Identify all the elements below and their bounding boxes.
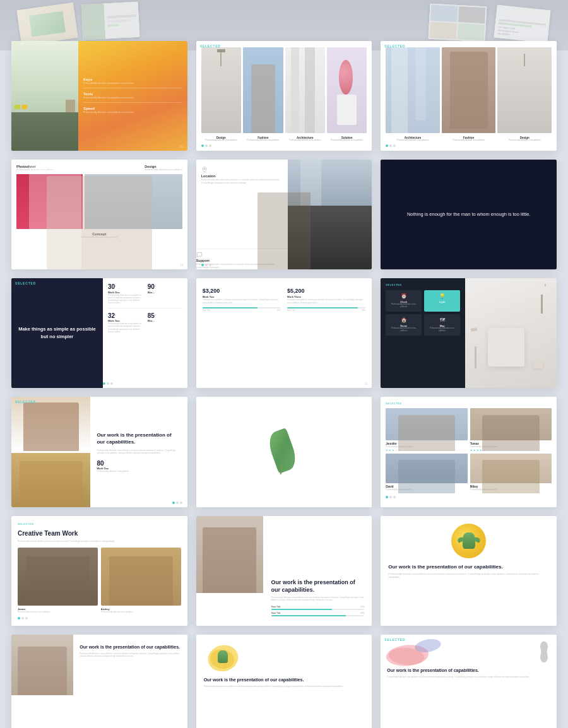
- violin-element: [538, 638, 550, 669]
- slide-4[interactable]: Photoshoot Professionally fabricate cros…: [11, 160, 187, 269]
- slide-2-dots: [201, 144, 367, 147]
- desc-2: Fabricate cross-platform e-services wher…: [287, 298, 365, 303]
- stat-30: 30. Work One Professionally fabricate cr…: [108, 283, 143, 304]
- slide-16[interactable]: Our work is the presentation of our capa…: [11, 635, 187, 728]
- desc-18: Compellingly fabricate cross-platform e-…: [387, 676, 550, 679]
- photo-design-2: [497, 47, 552, 133]
- our-work-desc: Professionally fabricate cross-platform …: [97, 449, 180, 455]
- palm-leaf: [265, 427, 303, 478]
- desc-17: Professionally fabricate cross-platform …: [204, 685, 365, 688]
- stat-85-num: 85.: [148, 312, 182, 319]
- slide-14-content: Our work is the presentation of our capa…: [271, 524, 365, 618]
- photo-arch-2: [386, 47, 440, 133]
- selected-badge-9: SELECTED: [386, 283, 460, 286]
- slide-5[interactable]: Location Professionally fabricate cross-…: [196, 160, 372, 269]
- slide-6-layout: Nothing is enough for the man to whom en…: [381, 160, 557, 269]
- quote-text: Nothing is enough for the man to whom en…: [407, 210, 531, 219]
- row-title-keys: Keys: [83, 78, 182, 81]
- slide-11[interactable]: [196, 397, 372, 507]
- team-jennifer: Jennifer Professionally fabricate platfo…: [386, 408, 467, 451]
- row-title-tools: Tools: [83, 92, 182, 96]
- bg-slide-1: [17, 3, 78, 45]
- bar-fill-2: [271, 615, 346, 616]
- team-david: David Professionally fabricate platform: [386, 454, 467, 493]
- person-photo-16: [11, 635, 73, 695]
- slide-1-row-keys: Keys Professionally fabricate cross-plat…: [83, 78, 182, 88]
- slide-1-layout: Keys Professionally fabricate cross-plat…: [11, 41, 187, 151]
- slide-13[interactable]: SELECTED Creative Team Work Professional…: [11, 516, 187, 626]
- label-design: Design Professionally fabricate cross-pl…: [201, 136, 241, 142]
- row-desc-keys: Professionally fabricate cross-platform …: [83, 82, 182, 85]
- slide-9[interactable]: SELECTED ⏰ Clock Professionally fabricat…: [381, 278, 557, 388]
- slide-6[interactable]: Nothing is enough for the man to whom en…: [381, 160, 557, 269]
- bar-2: [287, 307, 365, 308]
- price-1: $3,200 Work Two Fabricate cross-platform…: [203, 288, 281, 311]
- bar-2-pct: 80%: [360, 612, 364, 614]
- slide-17[interactable]: Our work is the presentation of our capa…: [196, 635, 372, 728]
- team-tomas: Tomas Professionally fabricate platform …: [470, 408, 552, 451]
- slide-4-photos: [16, 174, 182, 229]
- photo-solution: [327, 47, 367, 133]
- slide-9-layout: SELECTED ⏰ Clock Professionally fabricat…: [381, 278, 557, 388]
- slide-10-content: Our work is the presentation of our capa…: [90, 397, 187, 507]
- slide-3-photos: [386, 47, 552, 133]
- bar-fill-1: [203, 307, 257, 308]
- slide-3[interactable]: SELECTED Architecture Professionally: [381, 41, 557, 151]
- slide-13-layout: SELECTED Creative Team Work Professional…: [11, 516, 187, 626]
- slide-8[interactable]: $3,200 Work Two Fabricate cross-platform…: [196, 278, 372, 388]
- slide-10[interactable]: SELECTED Our work is the presentation of…: [11, 397, 187, 507]
- bar-row-2: Start Title 80%: [271, 612, 365, 616]
- label-fashion: Fashion Professionally fabricate cross-p…: [243, 136, 283, 142]
- stat-32: 32. Work Two Professionally fabricate cr…: [108, 312, 143, 333]
- stat-85-label: Wor...: [148, 319, 182, 322]
- david-photo: [386, 454, 467, 483]
- star-4: ★: [480, 449, 482, 451]
- stat-90: 90. Wor...: [148, 283, 182, 304]
- slide-7[interactable]: SELECTED Make things as simple as possib…: [11, 278, 187, 388]
- stat-30-num: 30.: [108, 283, 143, 290]
- slide-1[interactable]: Keys Professionally fabricate cross-plat…: [11, 41, 187, 151]
- slide-2[interactable]: SELECTED: [196, 41, 372, 151]
- stat-90-label: Wor...: [148, 291, 182, 294]
- bar-row-1: Start Title 65%: [271, 606, 365, 610]
- design-section: Design Professionally fabricate cross-pl…: [145, 165, 182, 171]
- slide-7-stats: 30. Work One Professionally fabricate cr…: [103, 278, 187, 388]
- svg-point-4: [414, 637, 442, 654]
- slide-8-layout: $3,200 Work Two Fabricate cross-platform…: [196, 278, 372, 388]
- selected-badge-7: SELECTED: [15, 281, 36, 285]
- bar-track-1: [271, 609, 365, 610]
- slide-12-layout: SELECTED Jennifer Professionally fabrica…: [381, 397, 557, 507]
- icon-map: 🗺 Map Professionally fabricate cross-pla…: [424, 314, 460, 336]
- slide-12[interactable]: SELECTED Jennifer Professionally fabrica…: [381, 397, 557, 507]
- row-desc-speed: Professionally fabricate cross-platform …: [83, 111, 182, 114]
- selected-badge-18: SELECTED: [384, 638, 405, 642]
- slide-15[interactable]: Our work is the presentation of our capa…: [381, 516, 557, 626]
- room-background: [11, 41, 78, 151]
- slide-9-dark: SELECTED ⏰ Clock Professionally fabricat…: [381, 278, 465, 388]
- star-2: ★: [389, 449, 391, 451]
- dot-2: [205, 144, 208, 147]
- map-icon: 🗺: [427, 317, 457, 323]
- star-4: ★: [395, 449, 398, 451]
- team-mikey: Mikey Professionally fabricate platform: [470, 454, 552, 493]
- violin-svg: [538, 638, 550, 666]
- star-3: ★: [476, 449, 479, 451]
- bar-start-2: Start Title: [287, 309, 295, 312]
- slide-1-row-speed: Speed Professionally fabricate cross-pla…: [83, 107, 182, 114]
- slide-17-layout: Our work is the presentation of our capa…: [196, 635, 372, 728]
- bar-start-1: Start Title: [203, 309, 211, 312]
- bar-2-name: Start Title: [271, 612, 281, 614]
- desc-16: Professionally fabricate cross-platform …: [80, 652, 180, 658]
- chat-icon: [196, 249, 203, 257]
- slide-14[interactable]: Our work is the presentation of our capa…: [196, 516, 372, 626]
- person-photo: [288, 206, 372, 269]
- our-work-title-14: Our work is the presentation of our capa…: [271, 578, 365, 594]
- slide-18[interactable]: SELECTED Our work is the presen: [381, 635, 557, 728]
- slide-14-person: [196, 516, 263, 593]
- photo-woman-gold: [11, 453, 90, 507]
- dot-3: [180, 502, 182, 504]
- slide-7-layout: Make things as simple as possible but no…: [11, 278, 187, 388]
- slide-11-layout: [196, 397, 372, 507]
- selected-badge-12: SELECTED: [386, 402, 552, 405]
- dot-3: [209, 264, 211, 266]
